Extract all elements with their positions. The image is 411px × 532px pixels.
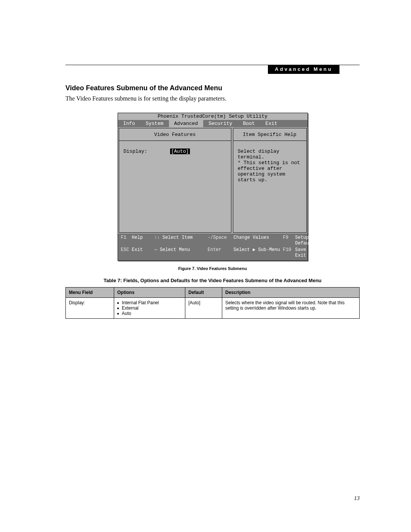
td-description: Selects where the video signal will be r… bbox=[222, 298, 360, 319]
bios-setting-value: [Auto] bbox=[170, 149, 190, 154]
bios-menubar-spacer bbox=[283, 120, 307, 127]
th-default: Default bbox=[185, 288, 222, 298]
td-default: [Auto] bbox=[185, 298, 222, 319]
bios-tab-info: Info bbox=[118, 120, 140, 127]
options-table: Menu Field Options Default Description D… bbox=[65, 287, 360, 319]
table-caption: Table 7: Fields, Options and Defaults fo… bbox=[65, 278, 360, 283]
list-item: Internal Flat Panel bbox=[117, 300, 182, 305]
list-item: External bbox=[117, 305, 182, 311]
bios-left-panel-body: Display: [Auto] bbox=[119, 141, 231, 232]
bios-menubar: Info System Advanced Security Boot Exit bbox=[118, 120, 307, 127]
key-f10: F10 bbox=[283, 247, 295, 259]
key-esc: ESC Exit bbox=[121, 247, 155, 259]
bios-tab-exit: Exit bbox=[260, 120, 283, 127]
label-select-submenu: Select ▶ Sub-Menu bbox=[234, 247, 283, 259]
bios-help-line: effective after bbox=[238, 166, 302, 171]
bios-setting-row: Display: [Auto] bbox=[124, 149, 226, 154]
bios-help-body: Select display terminal. * This setting … bbox=[233, 141, 306, 232]
bios-titlebar: Phoenix TrustedCore(tm) Setup Utility bbox=[118, 113, 307, 120]
table-row: Display: Internal Flat Panel External Au… bbox=[66, 298, 360, 319]
bios-footer: F1 Help ↑↓ Select Item -/Space Change Va… bbox=[118, 233, 307, 260]
th-description: Description bbox=[222, 288, 360, 298]
td-menu-field: Display: bbox=[66, 298, 114, 319]
bios-tab-boot: Boot bbox=[237, 120, 260, 127]
bios-tab-advanced: Advanced bbox=[169, 120, 203, 127]
table-header-row: Menu Field Options Default Description bbox=[66, 288, 360, 298]
options-list: Internal Flat Panel External Auto bbox=[117, 300, 182, 316]
bios-help-line: * This setting is not bbox=[238, 160, 302, 166]
key-f9: F9 bbox=[283, 235, 295, 246]
figure-caption: Figure 7. Video Features Submenu bbox=[65, 266, 360, 271]
bios-left-panel-title: Video Features bbox=[119, 128, 231, 141]
bios-help-line: Select display terminal. bbox=[238, 149, 302, 160]
key-enter: Enter bbox=[208, 247, 234, 259]
bios-help-line: starts up. bbox=[238, 177, 302, 183]
key-minus-space: -/Space bbox=[208, 235, 234, 246]
list-item: Auto bbox=[117, 311, 182, 316]
th-menu-field: Menu Field bbox=[66, 288, 114, 298]
label-change-values: Change Values bbox=[234, 235, 283, 246]
bios-tab-system: System bbox=[140, 120, 169, 127]
bios-body: Video Features Display: [Auto] Item Spec… bbox=[118, 127, 307, 233]
section-title: Video Features Submenu of the Advanced M… bbox=[65, 84, 360, 92]
page-number: 13 bbox=[354, 495, 360, 502]
bios-screenshot: Phoenix TrustedCore(tm) Setup Utility In… bbox=[118, 113, 308, 261]
document-page: Advanced Menu Video Features Submenu of … bbox=[0, 0, 411, 532]
key-arrows-v: ↑↓ Select Item bbox=[155, 235, 208, 246]
label-save-exit: Save and Exit bbox=[295, 247, 317, 259]
key-arrows-h: ↔ Select Menu bbox=[155, 247, 208, 259]
bios-help-line: operating system bbox=[238, 171, 302, 177]
bios-tab-security: Security bbox=[203, 120, 237, 127]
key-f1: F1 Help bbox=[121, 235, 155, 246]
bios-right-panel: Item Specific Help Select display termin… bbox=[233, 128, 307, 233]
th-options: Options bbox=[114, 288, 185, 298]
header-badge: Advanced Menu bbox=[268, 65, 339, 74]
section-intro: The Video Features submenu is for settin… bbox=[65, 95, 360, 102]
td-options: Internal Flat Panel External Auto bbox=[114, 298, 185, 319]
bios-left-panel: Video Features Display: [Auto] bbox=[119, 128, 231, 233]
bios-right-panel-title: Item Specific Help bbox=[233, 128, 306, 141]
bios-setting-label: Display: bbox=[124, 149, 170, 154]
label-setup-defaults: Setup Defaults bbox=[295, 235, 317, 246]
